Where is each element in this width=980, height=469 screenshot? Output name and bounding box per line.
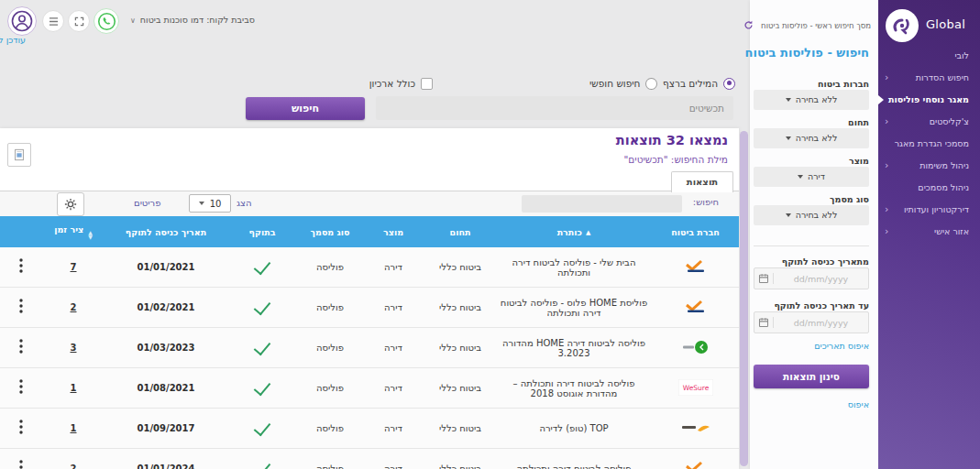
checkmark-icon [254,257,271,275]
timeline-link[interactable]: 2 [71,464,77,469]
doc-type-cell: פוליסה [298,247,362,288]
vertical-scrollbar[interactable] [740,131,748,466]
sidebar-item-3[interactable]: ‹צ'קליסטים [878,112,980,132]
sidebar-item-0[interactable]: לובי [878,46,980,66]
items-label: פריטים [134,198,160,208]
column-header-6[interactable]: תאריך כניסה לתוקף [105,216,226,247]
company-logo-wesure: WeSure [678,387,713,398]
page-size-select[interactable]: 10 [189,194,231,213]
filter-select-3[interactable]: ללא בחירה [754,205,869,225]
checkmark-icon [254,298,271,315]
date-from-input[interactable]: dd/mm/yyyy [754,267,869,289]
search-query-value: תכשיטים [689,103,724,114]
page-size-value: 10 [210,199,222,209]
tab-results[interactable]: תוצאות [671,171,733,192]
user-avatar-icon[interactable] [7,6,37,36]
company-logo-cell [652,409,739,449]
valid-cell [226,247,298,288]
column-header-8[interactable] [0,216,41,247]
sidebar-item-8[interactable]: ‹אזור אישי [878,222,980,242]
chevron-down-icon [798,175,803,179]
actions-cell [0,409,41,449]
export-button[interactable] [7,143,31,167]
company-logo-cell [652,328,739,368]
timeline-link[interactable]: 7 [71,262,77,272]
breadcrumb-label: מסך חיפוש ראשי - פוליסות ביטוח [761,21,871,30]
column-header-label: תאריך כניסה לתוקף [126,227,206,237]
column-header-label: כותרת [557,227,582,237]
effective-date-cell: 01/09/2017 [105,409,226,449]
effective-date-cell: 01/03/2023 [105,328,226,368]
timeline-link[interactable]: 3 [71,343,77,353]
last-updated-link[interactable]: עודכן לאחרונה ב 10/09/2025 [7,35,26,45]
svg-text:WeSure: WeSure [682,384,709,392]
column-header-2[interactable]: תחום [424,216,496,247]
search-query-input[interactable]: תכשיטים [376,96,733,120]
table-quick-search-input[interactable] [522,195,682,213]
date-to-input[interactable]: dd/mm/yyyy [754,311,869,333]
chevron-left-icon: ‹ [885,112,888,132]
company-logo-cell: WeSure [652,368,739,409]
row-menu-button[interactable] [14,256,28,278]
radio-free-search[interactable]: חיפוש חופשי [589,76,657,91]
row-menu-button[interactable] [14,418,28,439]
client-environment-dropdown[interactable]: סביבת לקוח: דמו סוכנות ביטוח∨ [130,15,255,25]
filter-select-0[interactable]: ללא בחירה [754,90,869,110]
kebab-icon [19,258,23,273]
reset-link[interactable]: איפוס [754,399,869,409]
radio-words-in-sequence-label: המילים ברצף [663,78,718,89]
timeline-cell: 2 [41,288,105,328]
timeline-link[interactable]: 1 [71,383,77,393]
domain-cell: ביטוח כללי [424,409,496,449]
calendar-icon[interactable] [754,317,774,328]
column-header-4[interactable]: סוג מסמך [298,216,362,247]
column-header-5[interactable]: בתוקף [226,216,298,247]
policy-title: הבית שלי - פוליסה לביטוח דירה ותכולתה [496,247,652,288]
row-menu-button[interactable] [14,297,28,318]
sidebar-item-6[interactable]: ניהול מסמכים [878,178,980,198]
sidebar-item-5[interactable]: ‹ניהול משימות [878,156,980,176]
filter-select-2[interactable]: דירה [754,167,869,187]
column-header-3[interactable]: מוצר [362,216,424,247]
table-row: הבית שלי - פוליסה לביטוח דירה ותכולתהביט… [0,247,739,288]
radio-selected-icon [723,78,735,90]
filter-select-value: ללא בחירה [796,133,838,143]
sidebar-item-2[interactable]: מאגר נוסחי פוליסות [878,90,980,110]
fullscreen-icon[interactable] [68,10,90,32]
row-menu-button[interactable] [14,377,28,398]
whatsapp-icon[interactable] [94,8,119,34]
refresh-icon[interactable] [743,20,754,30]
table-row: פוליסת HOME פלוס - פוליסה לביטוח דירה ות… [0,288,739,328]
timeline-link[interactable]: 1 [71,423,77,433]
table-settings-button[interactable] [57,192,84,216]
filter-results-button[interactable]: סינון תוצאות [754,365,869,388]
radio-words-in-sequence[interactable]: המילים ברצף [660,76,735,91]
column-header-7[interactable]: ▲▼ציר זמן [41,216,105,247]
checkbox-include-archive[interactable]: כולל ארכיון [369,76,433,91]
sidebar-item-4[interactable]: מסמכי הגדרת מאגר [878,134,980,154]
row-menu-button[interactable] [14,337,28,358]
checkmark-icon [254,459,271,469]
product-cell: דירה [362,328,424,368]
filter-select-1[interactable]: ללא בחירה [754,128,869,148]
sidebar-item-7[interactable]: ‹דירקטוריון ועדותיו [878,200,980,220]
product-cell: דירה [362,288,424,328]
sidebar-item-1[interactable]: ‹חיפוש הסדרות [878,68,980,88]
sidebar-item-label: אזור אישי [934,226,969,236]
calendar-icon[interactable] [754,273,774,284]
reset-dates-link[interactable]: איפוס תאריכים [754,341,869,351]
timeline-link[interactable]: 2 [71,302,77,312]
kebab-icon [19,420,23,434]
results-card: נמצאו 32 תוצאות מילת החיפוש: "תכשיטים" ת… [0,128,739,469]
actions-cell [0,368,41,409]
menu-icon[interactable] [42,10,64,32]
column-header-0[interactable]: חברת ביטוח [652,216,739,247]
search-button[interactable]: חיפוש [246,97,365,120]
doc-type-cell: פוליסה [298,449,362,469]
table-row: פוליסה לביטוח דירה HOME מהדורה 3.2023ביט… [0,328,739,368]
column-header-1[interactable]: ▲כותרת [496,216,652,247]
row-menu-button[interactable] [14,458,28,469]
domain-cell: ביטוח כללי [424,288,496,328]
sidebar-item-label: לובי [954,50,969,60]
chevron-down-icon: ∨ [130,16,136,25]
